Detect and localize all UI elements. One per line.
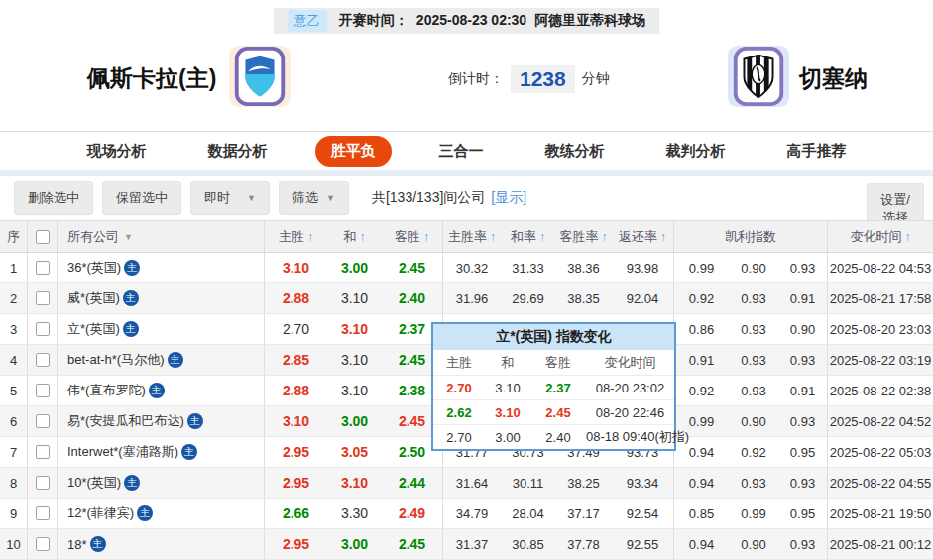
time-filter-dropdown[interactable]: 即时 ▼ <box>190 181 270 215</box>
kelly-draw: 0.93 <box>729 476 778 491</box>
popup-odds-away: 2.40 <box>530 430 586 445</box>
popup-change-time: 08-18 09:40(初指) <box>586 428 689 446</box>
popup-odds-home: 2.70 <box>433 381 485 395</box>
show-link[interactable]: [显示] <box>491 189 526 207</box>
row-checkbox[interactable] <box>36 322 50 336</box>
row-checkbox-cell <box>28 253 58 282</box>
kelly-away: 0.91 <box>778 376 828 405</box>
company-name[interactable]: 18* <box>67 537 87 552</box>
filter-label: 筛选 <box>292 189 318 207</box>
header-draw[interactable]: 和↑ <box>327 228 382 246</box>
company-name[interactable]: 12*(菲律宾) <box>67 504 134 522</box>
company-name[interactable]: 10*(英国) <box>67 474 121 492</box>
odds-draw: 3.10 <box>327 290 382 306</box>
venue: 阿德里亚蒂科球场 <box>534 12 645 30</box>
odds-home-win: 3.10 <box>265 260 327 276</box>
company-name[interactable]: 易*(安提瓜和巴布达) <box>67 412 184 430</box>
row-checkbox[interactable] <box>36 476 50 490</box>
kelly-home: 0.99 <box>674 261 729 276</box>
header-home-win[interactable]: 主胜↑ <box>265 228 327 246</box>
table-row: 8 10*(英国) 主 2.95 3.10 2.44 31.64 30.11 3… <box>0 468 933 499</box>
odds-away-win: 2.44 <box>382 468 443 498</box>
row-checkbox[interactable] <box>36 445 50 459</box>
kickoff-label: 开赛时间： <box>339 12 408 30</box>
home-odds-icon: 主 <box>124 475 140 491</box>
popup-row: 2.70 3.10 2.37 08-20 23:02 <box>433 375 674 399</box>
header-home-rate[interactable]: 主胜率↑ <box>443 228 501 246</box>
odds-away-win: 2.45 <box>382 253 443 282</box>
row-checkbox[interactable] <box>36 537 50 551</box>
home-win-rate: 34.79 <box>443 506 501 521</box>
odds-home-win: 2.88 <box>265 383 327 398</box>
kelly-home: 0.94 <box>674 537 729 552</box>
odds-analysis-page: 意乙 开赛时间： 2025-08-23 02:30 阿德里亚蒂科球场 佩斯卡拉(… <box>0 0 933 560</box>
row-checkbox[interactable] <box>36 291 50 305</box>
row-checkbox-cell <box>28 345 58 375</box>
kelly-home: 0.92 <box>674 384 729 398</box>
countdown: 倒计时： 1238 分钟 <box>448 65 610 93</box>
company-name[interactable]: 36*(英国) <box>67 259 121 277</box>
odds-home-win: 2.85 <box>265 352 327 368</box>
popup-row: 2.70 3.00 2.40 08-18 09:40(初指) <box>433 424 674 449</box>
nav-tab[interactable]: 高手推荐 <box>773 136 861 167</box>
change-time: 2025-08-22 04:55 <box>828 476 933 491</box>
home-odds-icon: 主 <box>123 290 139 306</box>
change-time: 2025-08-22 02:38 <box>828 384 933 398</box>
draw-rate: 30.85 <box>501 537 555 552</box>
header-select-all[interactable] <box>28 221 58 252</box>
table-row: 10 18* 主 2.95 3.00 2.45 31.37 30.85 37.7… <box>0 529 933 560</box>
header-change-time[interactable]: 变化时间↑ <box>828 228 933 246</box>
company-name[interactable]: 威*(英国) <box>67 289 120 307</box>
delete-selected-button[interactable]: 删除选中 <box>14 181 93 215</box>
keep-selected-button[interactable]: 保留选中 <box>102 181 181 215</box>
nav-tab[interactable]: 数据分析 <box>194 136 282 167</box>
home-win-rate: 31.96 <box>443 291 501 306</box>
popup-odds-draw: 3.10 <box>485 381 530 395</box>
company-name[interactable]: 伟*(直布罗陀) <box>67 382 146 399</box>
nav-tab[interactable]: 现场分析 <box>73 136 161 167</box>
row-checkbox[interactable] <box>36 506 50 520</box>
odds-home-win: 2.88 <box>265 290 327 306</box>
odds-home-win: 2.66 <box>265 505 327 521</box>
kelly-away: 0.95 <box>778 499 828 528</box>
odds-away-win: 2.40 <box>382 283 443 313</box>
select-all-checkbox[interactable] <box>36 230 50 244</box>
kelly-away: 0.93 <box>778 529 828 559</box>
company-name[interactable]: 立*(英国) <box>67 320 120 338</box>
header-away-rate[interactable]: 客胜率↑ <box>555 228 612 246</box>
popup-odds-draw: 3.10 <box>485 405 530 420</box>
popup-odds-away: 2.37 <box>530 381 586 395</box>
kelly-draw: 0.90 <box>729 261 778 276</box>
league-badge: 意乙 <box>288 10 327 32</box>
company-name[interactable]: Interwet*(塞浦路斯) <box>67 443 178 461</box>
header-away-win[interactable]: 客胜↑ <box>382 221 443 252</box>
row-checkbox-cell <box>28 314 58 344</box>
company-name[interactable]: bet-at-h*(马尔他) <box>67 351 165 369</box>
header-company[interactable]: 所有公司 ▼ <box>58 221 265 252</box>
row-checkbox[interactable] <box>36 261 50 275</box>
odds-draw: 3.05 <box>327 444 382 460</box>
filter-dropdown[interactable]: 筛选 ▼ <box>279 181 349 215</box>
nav-tab[interactable]: 裁判分析 <box>652 136 740 167</box>
row-checkbox[interactable] <box>36 384 50 397</box>
table-header: 序 所有公司 ▼ 主胜↑ 和↑ 客胜↑ 主胜率↑ 和率↑ 客胜率↑ 返还率↑ 凯… <box>0 220 933 253</box>
header-return-rate[interactable]: 返还率↑ <box>612 221 674 252</box>
toolbar: 删除选中 保留选中 即时 ▼ 筛选 ▼ 共[133/133]间公司 [显示] 设… <box>0 176 933 220</box>
away-team-logo-icon <box>728 46 789 107</box>
nav-tab[interactable]: 教练分析 <box>531 136 619 167</box>
odds-draw: 3.00 <box>327 536 382 552</box>
row-number: 4 <box>0 345 28 375</box>
nav-tab[interactable]: 胜平负 <box>315 136 392 167</box>
row-checkbox-cell <box>28 437 58 467</box>
header-draw-rate[interactable]: 和率↑ <box>501 228 555 246</box>
popup-body: 2.70 3.10 2.37 08-20 23:02 2.62 3.10 2.4… <box>433 375 674 449</box>
row-checkbox[interactable] <box>36 414 50 428</box>
kelly-away: 0.93 <box>778 253 828 282</box>
popup-odds-draw: 3.00 <box>485 430 530 445</box>
row-checkbox[interactable] <box>36 353 50 367</box>
row-number: 3 <box>0 314 28 344</box>
row-checkbox-cell <box>28 529 58 559</box>
odds-draw: 3.00 <box>327 260 382 276</box>
nav-tab[interactable]: 三合一 <box>425 136 498 167</box>
home-odds-icon: 主 <box>123 321 139 337</box>
